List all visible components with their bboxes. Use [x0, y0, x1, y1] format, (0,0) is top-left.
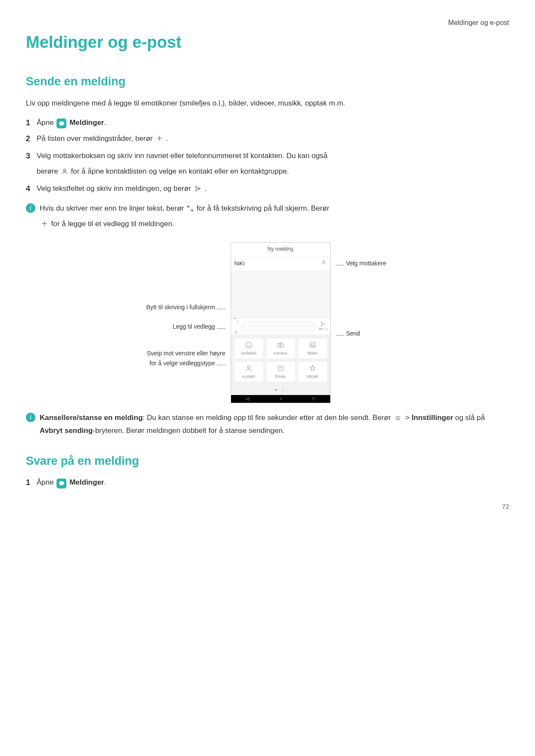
phone-mockup: Ny melding NiKi 80 / 1 Smilefjes: [231, 242, 331, 403]
phone-title: Ny melding: [231, 243, 330, 256]
step-after: .: [104, 118, 106, 127]
callout-swipe: Sveip mot venstre eller høyre for å velg…: [139, 348, 225, 368]
note-bold: Avbryt sending: [40, 426, 93, 435]
tile-subject[interactable]: Emne: [266, 362, 295, 382]
info-icon: i: [26, 413, 35, 422]
step-bold: Meldinger: [69, 478, 104, 486]
step-after: .: [166, 134, 169, 143]
tile-expression[interactable]: Uttrykk: [298, 362, 327, 382]
callout-recipients: Velg mottakere: [336, 258, 396, 268]
header-crumb: Meldinger og e-post: [26, 17, 509, 28]
messages-app-icon: [56, 118, 66, 128]
step-item: 1 Åpne Meldinger.: [26, 476, 509, 488]
person-icon[interactable]: [321, 259, 327, 268]
step-bold: Meldinger: [69, 118, 104, 127]
tile-contact[interactable]: Kontakt: [235, 362, 263, 382]
step-item: 4 Velg tekstfeltet og skriv inn meldinge…: [26, 183, 509, 196]
callout-attach: Legg til vedlegg: [139, 322, 225, 331]
recipient-name: NiKi: [235, 259, 245, 268]
tile-camera[interactable]: Kamera: [266, 339, 295, 358]
step-number: 1: [26, 476, 30, 489]
svg-rect-7: [278, 366, 283, 370]
plus-icon: [41, 219, 48, 231]
page-number: 72: [26, 501, 509, 512]
note-lead: Kansellere/stanse en melding: [40, 414, 143, 422]
step-text: Åpne: [37, 478, 56, 486]
svg-rect-3: [278, 343, 284, 347]
step-number: 3: [26, 150, 30, 162]
note-text: : Du kan stanse en melding opp til fire …: [143, 414, 339, 422]
intro-paragraph: Liv opp meldingene med å legge til emoti…: [26, 97, 509, 109]
step-number: 1: [26, 117, 30, 129]
phone-diagram: Bytt til skriving i fullskjerm Legg til …: [26, 242, 509, 403]
note-text: for å få tekstskriving på full skjerm. B…: [197, 204, 329, 212]
note-text: Hvis du skriver mer enn tre linjer tekst…: [40, 204, 186, 212]
recent-icon[interactable]: □: [312, 395, 315, 402]
send-count: 80 / 1: [319, 327, 327, 332]
step-item: 3 Velg mottakerboksen og skriv inn navne…: [26, 150, 509, 178]
callout-fullscreen: Bytt til skriving i fullskjerm: [139, 302, 225, 312]
messages-app-icon: [56, 479, 66, 488]
phone-text-input[interactable]: [241, 321, 316, 332]
step-number: 4: [26, 183, 30, 195]
phone-message-body[interactable]: [231, 271, 330, 318]
back-icon[interactable]: ◁: [246, 395, 249, 402]
note-text: ble sendt. Berør: [339, 414, 393, 422]
step-sub-after: for å åpne kontaktlisten og velge en kon…: [71, 167, 289, 175]
info-note-cancel: i Kansellere/stanse en melding: Du kan s…: [26, 412, 509, 439]
steps-list: 1 Åpne Meldinger. 2 På listen over meldi…: [26, 117, 509, 196]
note-text: -bryteren. Berør meldingen dobbelt for å…: [93, 426, 285, 435]
note-bold: Innstillinger: [412, 414, 453, 422]
phone-recipient-field[interactable]: NiKi: [231, 257, 330, 271]
note-text: >: [405, 414, 412, 422]
section-heading-reply: Svare på en melding: [26, 452, 509, 470]
note-text: og slå på: [455, 414, 485, 422]
tile-emoji[interactable]: Smilefjes: [235, 339, 263, 358]
step-text: På listen over meldingstråder, berør: [37, 134, 155, 143]
fullscreen-icon: [187, 204, 194, 215]
info-note: i Hvis du skriver mer enn tre linjer tek…: [26, 202, 509, 233]
page-title: Meldinger og e-post: [26, 29, 509, 56]
svg-point-0: [246, 342, 252, 348]
step-item: 1 Åpne Meldinger.: [26, 117, 509, 129]
menu-icon: [394, 413, 402, 425]
person-icon: [61, 167, 68, 178]
svg-point-4: [279, 344, 282, 346]
step-text: Velg mottakerboksen og skriv inn navnet …: [37, 152, 328, 160]
step-after: .: [104, 478, 106, 486]
send-icon: [194, 184, 202, 196]
phone-send-button[interactable]: 80 / 1: [319, 321, 327, 332]
svg-point-1: [247, 344, 248, 345]
step-after: .: [205, 184, 207, 193]
note-text: for å legge til et vedlegg til meldingen…: [51, 220, 174, 228]
section-heading-send: Sende en melding: [26, 72, 509, 91]
step-text: Åpne: [37, 118, 56, 127]
fullscreen-icon[interactable]: [234, 316, 239, 325]
tile-images[interactable]: Bilder: [298, 339, 327, 358]
step-item: 2 På listen over meldingstråder, berør .: [26, 133, 509, 146]
page-indicator: ● ○: [231, 386, 330, 395]
info-icon: i: [26, 203, 35, 213]
steps-list-reply: 1 Åpne Meldinger.: [26, 476, 509, 488]
home-icon[interactable]: ○: [279, 395, 282, 402]
attachment-grid: Smilefjes Kamera Bilder Kontakt Emne Utt…: [231, 334, 330, 386]
step-text: Velg tekstfeltet og skriv inn meldingen,…: [37, 184, 193, 193]
callout-send: Send: [336, 329, 396, 338]
step-number: 2: [26, 133, 30, 145]
plus-icon[interactable]: [234, 328, 239, 337]
svg-point-2: [249, 344, 250, 345]
phone-input-toolbar: 80 / 1: [231, 318, 330, 334]
svg-rect-5: [310, 342, 315, 347]
step-sub-before: berøre: [37, 167, 60, 175]
plus-icon: [156, 134, 163, 146]
android-nav-bar: ◁ ○ □: [231, 395, 330, 403]
